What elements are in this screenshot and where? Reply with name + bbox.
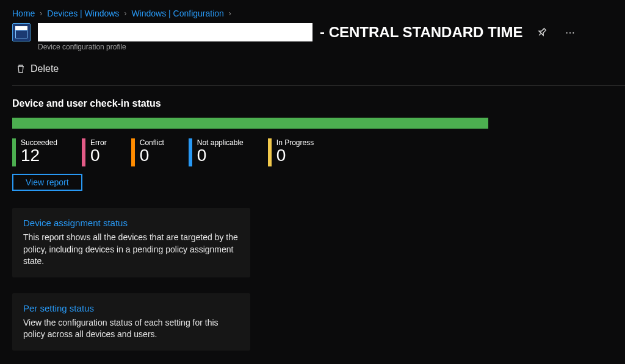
pin-icon — [535, 26, 549, 40]
breadcrumb-devices[interactable]: Devices | Windows — [47, 9, 119, 18]
card-device-assignment[interactable]: Device assignment status This report sho… — [12, 208, 250, 277]
delete-label: Delete — [31, 63, 59, 74]
view-report-button[interactable]: View report — [12, 174, 82, 191]
stat-succeeded: Succeeded 12 — [12, 138, 57, 166]
stat-value: 0 — [140, 147, 164, 164]
stat-color-conflict — [131, 138, 135, 166]
stat-value: 0 — [276, 147, 314, 164]
chevron-right-icon: › — [40, 9, 42, 18]
page-subtitle: Device configuration profile — [38, 43, 613, 60]
section-title: Device and user check-in status — [12, 86, 613, 118]
stat-value: 0 — [90, 147, 107, 164]
trash-icon — [16, 64, 26, 74]
breadcrumb: Home › Devices | Windows › Windows | Con… — [12, 0, 613, 23]
card-per-setting-status[interactable]: Per setting status View the configuratio… — [12, 293, 250, 351]
card-title: Per setting status — [23, 303, 239, 317]
profile-icon — [12, 23, 31, 41]
stat-color-error — [82, 138, 85, 166]
title-redacted — [38, 23, 312, 41]
delete-button[interactable]: Delete — [12, 60, 625, 86]
status-progress-bar — [12, 118, 488, 129]
breadcrumb-config[interactable]: Windows | Configuration — [131, 9, 223, 18]
card-title: Device assignment status — [23, 218, 239, 232]
stat-color-na — [189, 138, 192, 166]
stat-error: Error 0 — [82, 138, 107, 166]
more-button[interactable]: ⋯ — [562, 24, 579, 41]
chevron-right-icon: › — [229, 9, 231, 18]
stat-not-applicable: Not applicable 0 — [189, 138, 244, 166]
page-header: - CENTRAL STANDARD TIME ⋯ — [12, 23, 613, 43]
card-description: View the configuration status of each se… — [23, 317, 239, 341]
chevron-right-icon: › — [124, 9, 126, 18]
stat-in-progress: In Progress 0 — [268, 138, 314, 166]
stat-color-progress — [268, 138, 272, 166]
page-title-suffix: - CENTRAL STANDARD TIME — [320, 24, 522, 41]
status-stats: Succeeded 12 Error 0 Conflict 0 Not appl… — [12, 129, 613, 174]
stat-value: 0 — [197, 147, 244, 164]
card-description: This report shows all the devices that a… — [23, 232, 239, 268]
stat-conflict: Conflict 0 — [131, 138, 164, 166]
stat-value: 12 — [21, 147, 57, 164]
ellipsis-icon: ⋯ — [565, 27, 575, 38]
pin-button[interactable] — [533, 24, 551, 41]
stat-color-succeeded — [12, 138, 16, 166]
breadcrumb-home[interactable]: Home — [12, 9, 35, 18]
